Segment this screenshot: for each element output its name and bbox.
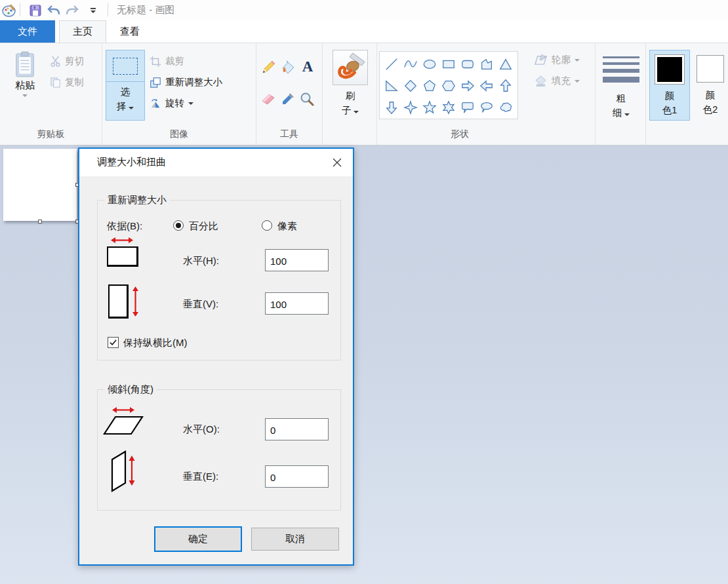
paste-dropdown-icon [22,94,28,97]
percent-radio-label[interactable]: 百分比 [189,220,218,233]
color1-swatch-frame [655,54,685,85]
copy-label: 复制 [65,76,84,88]
cut-label: 剪切 [65,55,84,68]
undo-button[interactable] [46,3,62,18]
pencil-tool-button[interactable] [261,60,277,76]
paste-button[interactable]: 粘贴 [9,47,41,113]
resize-icon [150,77,161,88]
outline-button[interactable]: 轮廓 [534,54,580,66]
pixels-radio-label[interactable]: 像素 [277,220,297,233]
shape-rectangle-icon[interactable] [439,53,458,75]
tab-view[interactable]: 查看 [110,20,150,43]
select-icon [113,58,138,75]
group-label-clipboard: 剪贴板 [0,128,102,140]
shape-arrow-down-icon[interactable] [382,96,401,118]
tab-home[interactable]: 主页 [59,20,106,43]
cut-button[interactable]: 剪切 [50,55,84,68]
horizontal-skew-input[interactable] [265,418,329,440]
shape-right-triangle-icon[interactable] [382,75,401,96]
color-picker-tool-button[interactable] [281,92,296,107]
pixels-radio[interactable] [262,220,272,231]
text-tool-icon: A [302,58,313,75]
shape-star-6-icon[interactable] [439,96,458,118]
stroke-size-icon [603,55,639,87]
shape-polygon-icon[interactable] [477,53,496,75]
size-button[interactable]: 粗 细 [601,50,641,123]
tab-file[interactable]: 文件 [0,20,55,43]
color2-button[interactable]: 颜 色2 [693,50,728,121]
eraser-tool-button[interactable] [261,92,277,107]
titlebar-separator [108,3,108,16]
shape-rounded-rectangle-icon[interactable] [458,53,477,75]
save-button[interactable] [28,3,43,18]
resize-button[interactable]: 重新调整大小 [150,76,222,88]
fill-tool-button[interactable] [281,60,296,76]
shape-triangle-icon[interactable] [496,53,515,75]
shape-star-5-icon[interactable] [420,96,439,118]
brushes-button[interactable]: 刷 子 [331,50,369,123]
redo-button[interactable] [64,3,80,18]
magnifier-tool-button[interactable] [300,92,315,107]
shape-arrow-left-icon[interactable] [477,75,496,96]
resize-group-label: 重新调整大小 [104,194,170,206]
rotate-dropdown-icon [188,102,193,105]
percent-radio[interactable] [173,220,184,231]
by-label: 依据(B): [107,220,142,233]
shape-pentagon-icon[interactable] [420,75,439,96]
app-logo-icon[interactable] [1,3,17,18]
color2-swatch [699,58,721,80]
vertical-resize-input[interactable] [265,292,329,315]
color1-button[interactable]: 颜 色1 [649,50,690,121]
size-label-line2: 细 [613,107,622,118]
crop-icon [150,56,161,68]
shape-arrow-right-icon[interactable] [458,75,477,96]
window-title: 无标题 - 画图 [117,4,174,16]
horizontal-resize-label: 水平(H): [183,255,219,267]
paint-window: 无标题 - 画图 文件 主页 查看 粘贴 [0,0,728,584]
redo-icon [66,5,79,16]
brushes-dropdown-icon [354,111,359,113]
fill-label: 填充 [552,75,571,87]
shape-callout-cloud-icon[interactable] [496,96,515,118]
text-tool-button[interactable]: A [300,59,315,75]
select-button[interactable]: 选 择 [106,50,145,121]
horizontal-skew-label: 水平(O): [183,423,220,436]
title-bar: 无标题 - 画图 [0,0,728,20]
canvas-resize-handle-bottom[interactable] [38,220,42,224]
group-tools: A 工具 [256,43,323,145]
dialog-close-button[interactable] [329,155,346,170]
drawing-canvas[interactable] [3,149,77,221]
magnifier-icon [300,92,314,106]
select-label-line2: 择 [117,101,127,111]
shapes-gallery [379,51,518,119]
vertical-skew-label: 垂直(E): [183,471,218,483]
shape-diamond-icon[interactable] [401,75,420,96]
brushes-label-line1: 刷 [342,88,359,103]
shape-callout-oval-icon[interactable] [477,96,496,118]
copy-icon [50,77,61,88]
ok-button[interactable]: 确定 [154,526,242,552]
qat-dropdown-button[interactable] [85,3,101,18]
maintain-aspect-label[interactable]: 保持纵横比(M) [123,337,188,349]
shape-hexagon-icon[interactable] [439,75,458,96]
fill-button[interactable]: 填充 [534,75,580,87]
dialog-titlebar[interactable]: 调整大小和扭曲 [79,149,353,176]
pencil-icon [261,60,275,75]
shape-line-icon[interactable] [382,53,401,75]
shape-curve-icon[interactable] [401,53,420,75]
cancel-button[interactable]: 取消 [251,528,339,551]
resize-skew-dialog: 调整大小和扭曲 重新调整大小 依据(B): 百分比 像素 水平(H): [78,147,354,566]
maintain-aspect-checkbox[interactable] [108,337,119,348]
rotate-button[interactable]: 旋转 [150,97,193,109]
shape-ellipse-icon[interactable] [420,53,439,75]
shape-arrow-up-icon[interactable] [496,75,515,96]
shape-callout-rectangle-icon[interactable] [458,96,477,118]
fill-icon [534,75,548,87]
brush-icon-frame [333,50,368,85]
vertical-skew-input[interactable] [265,465,329,488]
horizontal-resize-input[interactable] [265,249,329,271]
horizontal-resize-arrow-icon [111,236,133,244]
copy-button[interactable]: 复制 [50,76,84,88]
crop-button[interactable]: 裁剪 [150,55,184,68]
shape-star-4-icon[interactable] [401,96,420,118]
